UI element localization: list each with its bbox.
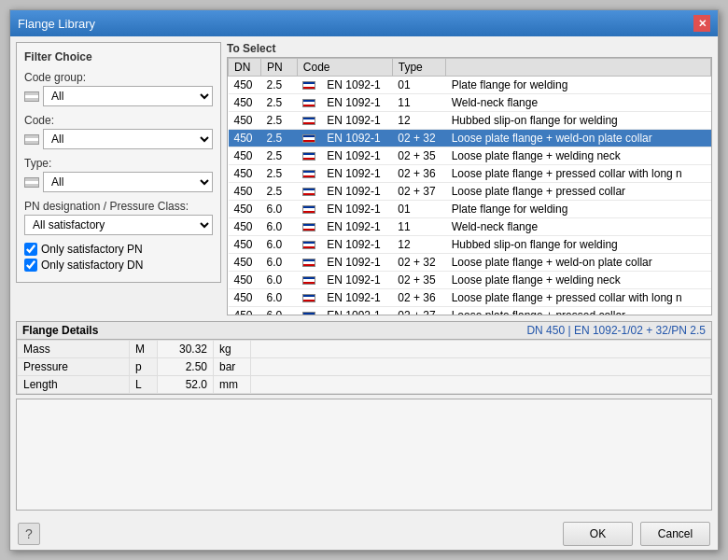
- cell-pn: 2.5: [261, 183, 298, 201]
- table-row[interactable]: 450 6.0 EN 1092-1 02 + 32 Loose plate fl…: [229, 254, 711, 272]
- only-satisfactory-dn-checkbox[interactable]: [24, 259, 37, 272]
- table-row[interactable]: 450 6.0 EN 1092-1 12 Hubbed slip-on flan…: [229, 236, 711, 254]
- cell-code: EN 1092-1: [321, 165, 392, 183]
- detail-unit: kg: [214, 341, 251, 358]
- cell-type: 01: [392, 77, 445, 94]
- type-select[interactable]: All: [43, 172, 213, 192]
- flag-icon: [302, 294, 315, 302]
- detail-value: 52.0: [158, 376, 214, 394]
- table-row[interactable]: 450 2.5 EN 1092-1 02 + 35 Loose plate fl…: [229, 147, 711, 165]
- cell-pn: 2.5: [261, 94, 298, 112]
- cell-pn: 6.0: [261, 236, 298, 254]
- cell-flag: [297, 254, 321, 272]
- code-select-wrapper: All: [24, 129, 213, 149]
- flange-table-container[interactable]: DN PN Code Type 450 2.5 EN 1092-1 01 Pla…: [227, 57, 712, 315]
- cell-flag: [297, 165, 321, 183]
- cell-dn: 450: [229, 130, 261, 147]
- cell-type: 02 + 37: [392, 183, 445, 201]
- cell-type: 12: [392, 236, 445, 254]
- flange-details-title: Flange Details: [22, 324, 98, 337]
- flag-icon: [302, 152, 315, 161]
- ok-button[interactable]: OK: [563, 522, 633, 546]
- cell-code: EN 1092-1: [321, 272, 392, 289]
- cell-flag: [297, 272, 321, 289]
- close-button[interactable]: ✕: [693, 15, 710, 32]
- flag-icon: [24, 91, 39, 102]
- cell-pn: 6.0: [261, 289, 298, 307]
- cell-code: EN 1092-1: [321, 307, 392, 316]
- cell-desc: Hubbed slip-on flange for welding: [446, 236, 711, 254]
- filter-group: Filter Choice Code group: All Code:: [16, 42, 221, 283]
- flag-icon: [302, 312, 315, 315]
- cell-code: EN 1092-1: [321, 130, 392, 147]
- table-row[interactable]: 450 6.0 EN 1092-1 11 Weld-neck flange: [229, 218, 711, 236]
- detail-extra: [251, 341, 711, 358]
- detail-value: 2.50: [158, 358, 214, 376]
- cell-type: 02 + 36: [392, 289, 445, 307]
- type-field: Type: All: [24, 157, 213, 192]
- only-satisfactory-dn-row: Only satisfactory DN: [24, 259, 213, 272]
- cell-desc: Loose plate flange + welding neck: [446, 272, 711, 289]
- right-panel: To Select DN PN Code Type 450 2.5: [227, 42, 712, 315]
- table-row[interactable]: 450 6.0 EN 1092-1 02 + 36 Loose plate fl…: [229, 289, 711, 307]
- flange-details-panel: Flange Details DN 450 | EN 1092-1/02 + 3…: [16, 321, 712, 395]
- details-row: Mass M 30.32 kg: [18, 341, 711, 358]
- cell-type: 02 + 36: [392, 165, 445, 183]
- table-row[interactable]: 450 2.5 EN 1092-1 11 Weld-neck flange: [229, 94, 711, 112]
- cell-dn: 450: [229, 254, 261, 272]
- col-type: Type: [392, 59, 445, 77]
- spacer-area: [16, 399, 712, 511]
- cell-flag: [297, 94, 321, 112]
- table-row[interactable]: 450 6.0 EN 1092-1 02 + 35 Loose plate fl…: [229, 272, 711, 289]
- only-satisfactory-pn-row: Only satisfactory PN: [24, 243, 213, 256]
- flange-details-header: Flange Details DN 450 | EN 1092-1/02 + 3…: [17, 322, 711, 340]
- table-row[interactable]: 450 2.5 EN 1092-1 12 Hubbed slip-on flan…: [229, 112, 711, 130]
- details-row: Pressure p 2.50 bar: [18, 358, 711, 376]
- flag-icon: [302, 276, 315, 285]
- code-group-select[interactable]: All: [43, 86, 213, 106]
- cell-dn: 450: [229, 289, 261, 307]
- table-row[interactable]: 450 2.5 EN 1092-1 02 + 32 Loose plate fl…: [229, 130, 711, 147]
- cell-dn: 450: [229, 307, 261, 316]
- code-group-select-wrapper: All: [24, 86, 213, 106]
- cell-code: EN 1092-1: [321, 94, 392, 112]
- cell-pn: 2.5: [261, 147, 298, 165]
- cell-type: 02 + 35: [392, 147, 445, 165]
- cell-type: 02 + 32: [392, 254, 445, 272]
- col-dn: DN: [229, 59, 261, 77]
- dialog-title: Flange Library: [18, 17, 95, 31]
- code-label: Code:: [24, 114, 213, 127]
- table-row[interactable]: 450 6.0 EN 1092-1 01 Plate flange for we…: [229, 201, 711, 218]
- cell-desc: Plate flange for welding: [446, 201, 711, 218]
- cell-pn: 2.5: [261, 112, 298, 130]
- table-row[interactable]: 450 6.0 EN 1092-1 02 + 37 Loose plate fl…: [229, 307, 711, 316]
- detail-label: Mass: [18, 341, 130, 358]
- cell-code: EN 1092-1: [321, 183, 392, 201]
- table-row[interactable]: 450 2.5 EN 1092-1 01 Plate flange for we…: [229, 77, 711, 94]
- detail-symbol: p: [130, 358, 158, 376]
- code-select[interactable]: All: [43, 129, 213, 149]
- cell-desc: Loose plate flange + welding neck: [446, 147, 711, 165]
- only-satisfactory-pn-checkbox[interactable]: [24, 243, 37, 256]
- dialog-window: Flange Library ✕ Filter Choice Code grou…: [9, 9, 719, 551]
- col-pn: PN: [261, 59, 298, 77]
- cell-type: 02 + 35: [392, 272, 445, 289]
- detail-symbol: M: [130, 341, 158, 358]
- table-header-row: DN PN Code Type: [229, 59, 711, 77]
- flag-icon: [302, 259, 315, 267]
- help-button[interactable]: ?: [18, 523, 40, 545]
- pn-select[interactable]: All satisfactory: [24, 215, 213, 235]
- flag-icon: [302, 134, 315, 143]
- table-row[interactable]: 450 2.5 EN 1092-1 02 + 36 Loose plate fl…: [229, 165, 711, 183]
- cell-desc: Weld-neck flange: [446, 94, 711, 112]
- pn-label: PN designation / Pressure Class:: [24, 200, 213, 213]
- cell-pn: 6.0: [261, 201, 298, 218]
- code-group-label: Code group:: [24, 71, 213, 84]
- cell-code: EN 1092-1: [321, 201, 392, 218]
- cell-dn: 450: [229, 218, 261, 236]
- pn-select-wrap: All satisfactory: [24, 215, 213, 235]
- table-row[interactable]: 450 2.5 EN 1092-1 02 + 37 Loose plate fl…: [229, 183, 711, 201]
- flag-icon: [302, 241, 315, 249]
- cell-type: 11: [392, 218, 445, 236]
- cancel-button[interactable]: Cancel: [640, 522, 710, 546]
